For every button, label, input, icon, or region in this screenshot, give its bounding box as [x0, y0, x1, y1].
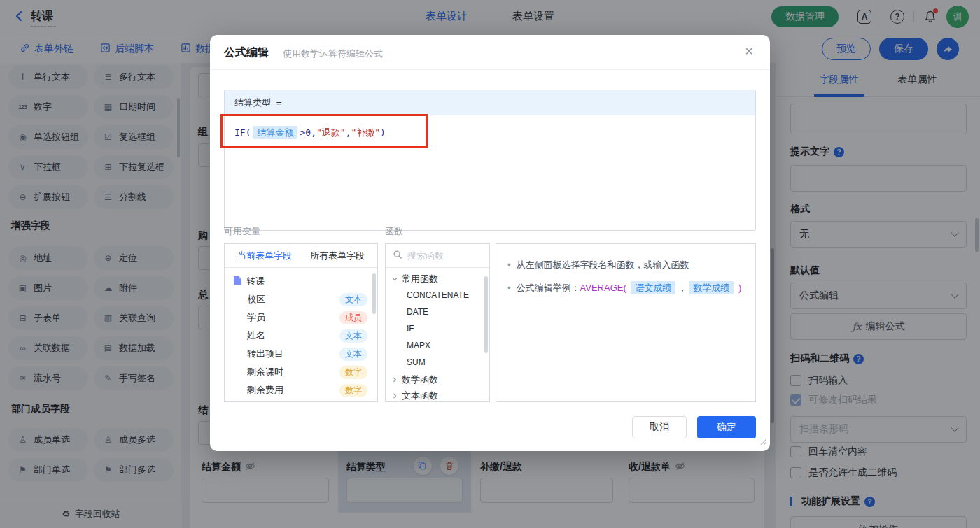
cancel-button[interactable]: 取消: [632, 416, 687, 438]
tip-line-2: 公式编辑举例：AVERAGE( 语文成绩，数学成绩 ): [517, 281, 742, 295]
functions-panel: 常用函数 CONCATENATE DATE IF MAPX SUM 数学函数 文…: [385, 243, 490, 402]
example-field-chip: 语文成绩: [631, 281, 676, 294]
variable-row[interactable]: 剩余费用数字: [225, 381, 377, 399]
modal-subtitle: 使用数学运算符编辑公式: [283, 48, 383, 60]
function-group-math[interactable]: 数学函数: [391, 373, 438, 386]
variables-scrollbar[interactable]: [372, 273, 376, 314]
tab-all-form-fields[interactable]: 所有表单字段: [310, 250, 365, 262]
example-function: AVERAGE(: [580, 283, 626, 293]
variables-section-label: 可用变量: [224, 225, 260, 238]
chevron-right-icon: [391, 375, 398, 385]
variable-row[interactable]: 校区文本: [225, 290, 377, 308]
function-search-input[interactable]: [407, 250, 477, 261]
type-badge: 成员: [340, 311, 368, 324]
variable-row[interactable]: 转出项目文本: [225, 345, 377, 363]
function-item[interactable]: DATE: [407, 307, 428, 317]
function-search[interactable]: [386, 244, 489, 268]
example-field-chip: 数学成绩: [689, 281, 734, 294]
formula-string: "退款": [316, 127, 346, 138]
search-icon: [393, 250, 402, 262]
variables-panel: 当前表单字段 所有表单字段 转课 校区文本 学员成员 姓名文本 转出项目文本 剩…: [224, 243, 378, 402]
variable-row[interactable]: 学员成员: [225, 308, 377, 327]
bullet: •: [507, 281, 511, 295]
confirm-button[interactable]: 确定: [697, 416, 756, 438]
close-icon[interactable]: ×: [745, 44, 753, 58]
type-badge: 文本: [340, 348, 368, 361]
type-badge: 文本: [340, 329, 368, 343]
form-node[interactable]: 转课: [225, 272, 377, 290]
function-item[interactable]: CONCATENATE: [407, 290, 469, 300]
variable-row[interactable]: 剩余课时数字: [225, 363, 377, 381]
type-badge: 文本: [340, 293, 368, 306]
modal-title: 公式编辑: [224, 45, 269, 60]
functions-scrollbar[interactable]: [484, 276, 488, 353]
variable-row[interactable]: 姓名文本: [225, 327, 377, 345]
resize-handle[interactable]: [760, 435, 766, 448]
formula-expression[interactable]: IF(结算金额>0,"退款","补缴"): [225, 115, 755, 150]
tip-line-1: 从左侧面板选择字段名和函数，或输入函数: [517, 258, 690, 272]
chevron-down-icon: [391, 274, 398, 285]
function-item[interactable]: SUM: [407, 357, 426, 367]
type-badge: 数字: [340, 366, 368, 379]
formula-editor[interactable]: 结算类型 = IF(结算金额>0,"退款","补缴"): [224, 90, 756, 231]
formula-target: 结算类型 =: [225, 90, 755, 115]
formula-string: "补缴": [351, 127, 380, 138]
modal-header: 公式编辑 使用数学运算符编辑公式 ×: [210, 35, 770, 70]
formula-keyword: IF(: [234, 127, 251, 138]
function-item[interactable]: IF: [407, 324, 414, 334]
tab-current-form-fields[interactable]: 当前表单字段: [237, 250, 292, 262]
function-group-common[interactable]: 常用函数: [391, 273, 438, 285]
formula-field-chip[interactable]: 结算金额: [253, 126, 298, 139]
tips-panel: • 从左侧面板选择字段名和函数，或输入函数 • 公式编辑举例：AVERAGE( …: [496, 243, 756, 402]
bullet: •: [507, 258, 511, 272]
document-icon: [233, 276, 242, 287]
chevron-right-icon: [391, 391, 398, 401]
app-screen: 转课 表单设计 表单设置 数据管理 A ? 训 表单外链: [0, 0, 980, 528]
function-item[interactable]: MAPX: [407, 341, 430, 350]
type-badge: 数字: [340, 384, 368, 397]
function-group-text[interactable]: 文本函数: [391, 390, 438, 402]
functions-section-label: 函数: [385, 225, 403, 238]
formula-edit-modal: 公式编辑 使用数学运算符编辑公式 × 结算类型 = IF(结算金额>0,"退款"…: [210, 35, 770, 451]
